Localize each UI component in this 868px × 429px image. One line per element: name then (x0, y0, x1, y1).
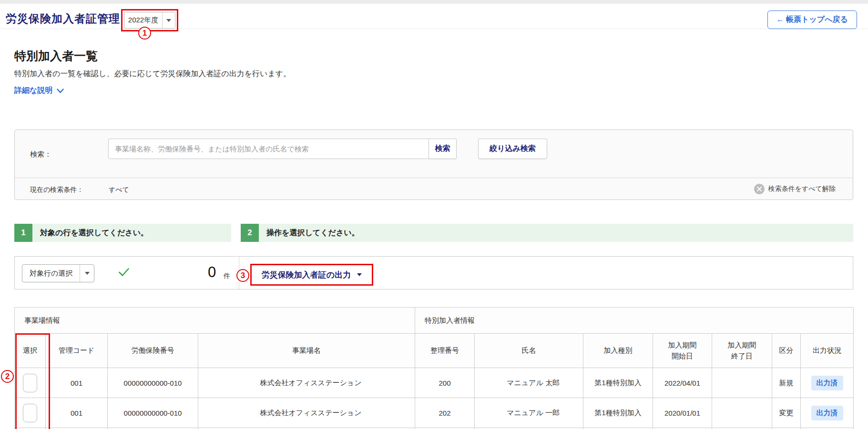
annotation-box-output: 労災保険加入者証の出力 (250, 264, 373, 286)
clear-conditions-label: 検索条件をすべて解除 (768, 185, 836, 193)
cell-code: 001 (46, 398, 108, 428)
chevron-down-icon (57, 89, 64, 93)
filter-search-button[interactable]: 絞り込み検索 (478, 139, 547, 159)
cell-seq-no: 202 (415, 398, 475, 428)
annotation-box-year: 2022年度 (121, 9, 178, 31)
table-header-row: 選択 管理コード 労働保険番号 事業場名 整理番号 氏名 加入種別 加入期間 開… (15, 334, 854, 368)
col-header-seq-no: 整理番号 (415, 334, 475, 368)
step-banner-2: 2 操作を選択してください。 (241, 224, 853, 242)
step-banners: 1 対象の行を選択してください。 2 操作を選択してください。 (14, 224, 853, 242)
output-status-badge[interactable]: 出力済 (811, 406, 843, 420)
cell-start-date: 2020/01/01 (653, 398, 712, 428)
col-header-end-date: 加入期間 終了日 (712, 334, 772, 368)
col-header-code: 管理コード (46, 334, 108, 368)
member-table-wrap: 事業場情報 特別加入者情報 選択 管理コード 労働保険番号 事業場名 整理番号 … (14, 307, 853, 429)
col-header-start-date: 加入期間 開始日 (653, 334, 712, 368)
year-select-arrow[interactable] (162, 12, 175, 28)
condition-label: 現在の検索条件： (30, 186, 83, 194)
caret-down-icon (357, 273, 362, 276)
col-header-category: 区分 (772, 334, 801, 368)
col-header-select: 選択 (15, 334, 46, 368)
page: { "header": { "title": "労災保険加入者証管理", "ye… (0, 0, 868, 429)
search-input[interactable] (108, 139, 429, 159)
caret-down-icon (166, 19, 171, 22)
cell-insurance-no: 00000000000-010 (108, 398, 198, 428)
clear-conditions-link[interactable]: 検索条件をすべて解除 (754, 184, 836, 194)
search-row: 検索： 検索 絞り込み検索 (15, 130, 853, 178)
step-number-1: 1 (14, 224, 32, 242)
search-panel: 検索： 検索 絞り込み検索 現在の検索条件： すべて 検索条件をすべて解除 (14, 130, 853, 200)
cell-insurance-no: 00000000000-010 (108, 368, 198, 398)
cell-select (15, 368, 46, 398)
col-header-insurance-no: 労働保険番号 (108, 334, 198, 368)
caret-down-icon (85, 272, 90, 275)
row-select-dropdown[interactable]: 対象行の選択 (22, 264, 94, 282)
annotation-circle-3: 3 (236, 269, 249, 282)
step-text-1: 対象の行を選択してください。 (40, 228, 148, 238)
section-description: 特別加入者の一覧を確認し、必要に応じて労災保険加入者証の出力を行います。 (14, 69, 291, 79)
search-condition-row: 現在の検索条件： すべて 検索条件をすべて解除 (15, 179, 853, 200)
cell-type: 第1種特別加入 (583, 368, 653, 398)
selected-count-unit: 件 (224, 272, 230, 280)
condition-value: すべて (109, 186, 129, 194)
cell-office-name: 株式会社オフィスステーション (198, 398, 415, 428)
cell-category: 新規 (772, 368, 801, 398)
group-header-office: 事業場情報 (15, 308, 415, 334)
output-certificate-button[interactable]: 労災保険加入者証の出力 (252, 265, 372, 284)
step-banner-1: 1 対象の行を選択してください。 (14, 224, 231, 242)
col-header-name: 氏名 (475, 334, 583, 368)
cell-category: 変更 (772, 398, 801, 428)
page-header: 労災保険加入者証管理 2022年度 ← 帳票トップへ戻る (0, 4, 868, 29)
detail-explanation-link[interactable]: 詳細な説明 (14, 86, 64, 96)
cell-code: 001 (46, 368, 108, 398)
checkmark-icon (118, 268, 130, 279)
back-to-top-button[interactable]: ← 帳票トップへ戻る (767, 10, 857, 29)
cell-end-date (712, 398, 772, 428)
row-checkbox[interactable] (23, 404, 37, 422)
cell-type: 第1種特別加入 (583, 398, 653, 428)
output-certificate-label: 労災保険加入者証の出力 (262, 269, 351, 280)
search-input-group: 検索 (108, 139, 457, 159)
member-table: 事業場情報 特別加入者情報 選択 管理コード 労働保険番号 事業場名 整理番号 … (14, 307, 854, 429)
cell-office-name: 株式会社オフィスステーション (198, 368, 415, 398)
col-header-type: 加入種別 (583, 334, 653, 368)
table-row: 001 00000000000-010 株式会社オフィスステーション 202 マ… (15, 398, 854, 428)
annotation-circle-2: 2 (1, 370, 14, 383)
row-select-label: 対象行の選択 (22, 265, 80, 282)
table-group-header-row: 事業場情報 特別加入者情報 (15, 308, 854, 334)
search-button[interactable]: 検索 (429, 139, 457, 159)
detail-explanation-label: 詳細な説明 (14, 86, 52, 96)
year-select-value: 2022年度 (124, 12, 162, 28)
selected-count-value: 0 (208, 264, 216, 281)
col-header-office-name: 事業場名 (198, 334, 415, 368)
page-title: 労災保険加入者証管理 (6, 11, 120, 26)
cell-end-date (712, 368, 772, 398)
group-header-member: 特別加入者情報 (415, 308, 854, 334)
cell-start-date: 2022/04/01 (653, 368, 712, 398)
cell-output-status: 出力済 (801, 368, 854, 398)
top-strip (0, 0, 868, 4)
year-select[interactable]: 2022年度 (124, 12, 175, 29)
cell-output-status: 出力済 (801, 398, 854, 428)
section-heading: 特別加入者一覧 (14, 48, 98, 64)
cell-name: マニュアル 一郎 (475, 398, 583, 428)
cell-seq-no: 200 (415, 368, 475, 398)
step-text-2: 操作を選択してください。 (266, 228, 359, 238)
cell-name: マニュアル 太郎 (475, 368, 583, 398)
cell-select (15, 398, 46, 428)
step-number-2: 2 (241, 224, 259, 242)
row-select-arrow[interactable] (80, 265, 94, 282)
output-status-badge[interactable]: 出力済 (811, 376, 843, 390)
clear-x-icon (754, 184, 765, 194)
col-header-output-status: 出力状況 (801, 334, 854, 368)
search-label: 検索： (30, 150, 51, 159)
annotation-circle-1: 1 (138, 27, 151, 40)
action-bar: 対象行の選択 0 件 労災保険加入者証の出力 (14, 256, 853, 289)
row-checkbox[interactable] (23, 374, 37, 392)
table-row: 001 00000000000-010 株式会社オフィスステーション 200 マ… (15, 368, 854, 398)
